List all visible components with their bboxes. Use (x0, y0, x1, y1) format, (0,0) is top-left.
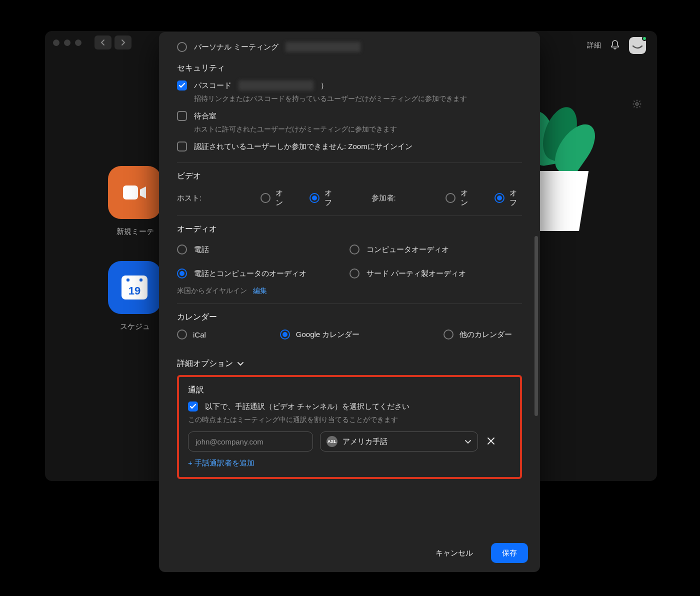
modal-scrollbar-thumb[interactable] (534, 236, 538, 416)
waitingroom-label: 待合室 (194, 112, 216, 121)
chevron-down-icon (237, 362, 244, 366)
waitingroom-help: ホストに許可されたユーザーだけがミーティングに参加できます (194, 124, 522, 134)
calendar-icon: 19 (122, 276, 148, 300)
calendar-other-label: 他のカレンダー (460, 330, 512, 340)
security-section-title: セキュリティ (177, 63, 522, 74)
interpreter-email-input[interactable] (188, 432, 313, 452)
notifications-bell-icon[interactable] (610, 40, 620, 52)
video-participant-label: 参加者: (372, 194, 402, 203)
chevron-left-icon (100, 39, 106, 46)
save-button[interactable]: 保存 (491, 543, 528, 563)
presence-dot (642, 36, 647, 41)
video-host-label: ホスト: (177, 194, 207, 203)
calendar-google-radio[interactable] (280, 330, 290, 340)
audio-thirdparty-radio[interactable] (350, 268, 360, 278)
traffic-zoom[interactable] (75, 40, 82, 46)
video-participant-on-radio[interactable] (446, 193, 456, 203)
audio-dialin-text: 米国からダイヤルイン (177, 286, 247, 294)
interpretation-title: 通訳 (188, 385, 511, 396)
modal-footer: キャンセル 保存 (159, 534, 540, 572)
video-on-label-1: オン (276, 188, 288, 208)
auth-label: 認証されているユーザーしか参加できません: Zoomにサインイン (194, 142, 412, 152)
calendar-ical-radio[interactable] (177, 330, 187, 340)
video-host-on-radio[interactable] (260, 193, 270, 203)
video-section-title: ビデオ (177, 171, 522, 182)
nav-back-button[interactable] (94, 36, 112, 50)
video-participant-off-radio[interactable] (494, 193, 504, 203)
schedule-meeting-modal: パーソナル ミーティング セキュリティ パスコード ） 招待リンクまたはパスコー… (159, 32, 540, 572)
calendar-date: 19 (128, 284, 140, 298)
cancel-button[interactable]: キャンセル (424, 543, 484, 563)
audio-computer-label: コンピュータオーディオ (366, 245, 449, 254)
bg-settings-gear-icon[interactable] (632, 99, 642, 110)
remove-interpreter-button[interactable] (485, 435, 497, 448)
calendar-other-radio[interactable] (444, 330, 454, 340)
interpretation-help: この時点またはミーティング中に通訳を割り当てることができます (188, 416, 511, 424)
interpretation-enable-checkbox[interactable] (188, 402, 198, 412)
audio-thirdparty-label: サード パーティ製オーディオ (366, 269, 466, 278)
close-icon (487, 437, 495, 445)
nav-forward-button[interactable] (114, 36, 132, 50)
audio-phone-radio[interactable] (177, 244, 187, 254)
waitingroom-checkbox[interactable] (177, 111, 187, 121)
auth-checkbox[interactable] (177, 142, 187, 152)
passcode-help: 招待リンクまたはパスコードを持っているユーザーだけがミーティングに参加できます (194, 94, 522, 104)
video-icon (121, 182, 148, 202)
advanced-options-label: 詳細オプション (177, 358, 233, 369)
audio-computer-radio[interactable] (350, 244, 360, 254)
audio-dialin-edit-link[interactable]: 編集 (253, 286, 267, 294)
sign-language-select[interactable]: ASL アメリカ手話 (320, 432, 478, 452)
sign-language-selected: アメリカ手話 (342, 437, 460, 446)
new-meeting-tile[interactable] (108, 166, 161, 219)
interpretation-checkbox-label: 以下で、手話通訳（ビデオ チャンネル）を選択してください (205, 402, 410, 412)
add-interpreter-link[interactable]: + 手話通訳者を追加 (188, 458, 254, 468)
calendar-section-title: カレンダー (177, 312, 522, 322)
video-off-label-1: オフ (324, 188, 337, 208)
svg-point-0 (636, 103, 638, 106)
user-avatar[interactable] (629, 37, 646, 54)
chevron-down-icon (464, 438, 472, 446)
pmi-label: パーソナル ミーティング (194, 42, 278, 52)
asl-badge-icon: ASL (326, 436, 338, 447)
advanced-options-toggle[interactable]: 詳細オプション (177, 358, 522, 369)
calendar-ical-label: iCal (193, 330, 206, 339)
passcode-value-redacted (238, 80, 314, 90)
passcode-checkbox[interactable] (177, 80, 187, 90)
pmi-id-redacted (286, 42, 360, 52)
window-traffic-lights[interactable] (53, 40, 82, 46)
interpretation-section-highlight: 通訳 以下で、手話通訳（ビデオ チャンネル）を選択してください この時点またはミ… (177, 375, 522, 479)
chevron-right-icon (120, 39, 126, 46)
video-off-label-2: オフ (510, 188, 522, 208)
passcode-suffix: ） (320, 81, 328, 90)
audio-both-label: 電話とコンピュータのオーディオ (194, 269, 306, 278)
traffic-close[interactable] (53, 40, 60, 46)
audio-phone-label: 電話 (194, 245, 209, 254)
pmi-radio[interactable] (177, 42, 187, 52)
calendar-google-label: Google カレンダー (296, 330, 360, 340)
passcode-label: パスコード (194, 81, 232, 90)
audio-section-title: オーディオ (177, 224, 522, 234)
svg-rect-1 (123, 186, 138, 200)
video-host-off-radio[interactable] (310, 193, 320, 203)
bg-details-link[interactable]: 詳細 (587, 41, 601, 50)
audio-both-radio[interactable] (177, 268, 187, 278)
traffic-minimize[interactable] (64, 40, 70, 46)
schedule-tile[interactable]: 19 (108, 261, 161, 314)
video-on-label-2: オン (460, 188, 473, 208)
